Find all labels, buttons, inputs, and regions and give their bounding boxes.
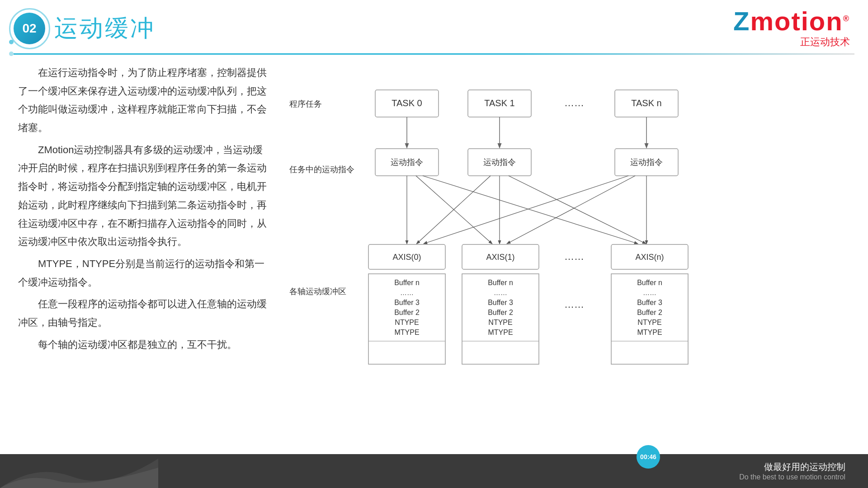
svg-text:运动指令: 运动指令 — [391, 158, 423, 167]
svg-text:Buffer 2: Buffer 2 — [637, 309, 662, 316]
footer-text-area: 做最好用的运动控制 Do the best to use motion cont… — [739, 461, 845, 481]
svg-text:运动指令: 运动指令 — [483, 158, 516, 167]
paragraph-3: MTYPE，NTYPE分别是当前运行的运动指令和第一个缓冲运动指令。 — [18, 255, 271, 291]
svg-text:NTYPE: NTYPE — [395, 319, 419, 326]
svg-text:……: …… — [564, 299, 584, 310]
timer-text: 00:46 — [640, 453, 656, 460]
svg-text:TASK 1: TASK 1 — [484, 98, 514, 108]
svg-text:MTYPE: MTYPE — [394, 328, 419, 336]
page-title: 运动缓冲 — [54, 13, 156, 44]
paragraph-4: 任意一段程序的运动指令都可以进入任意轴的运动缓冲区，由轴号指定。 — [18, 295, 271, 332]
svg-text:任务中的运动指令: 任务中的运动指令 — [289, 165, 354, 174]
footer: 00:46 做最好用的运动控制 Do the best to use motio… — [0, 454, 868, 488]
svg-text:Buffer n: Buffer n — [394, 279, 420, 286]
svg-text:……: …… — [564, 97, 584, 108]
footer-decor — [0, 454, 158, 488]
svg-text:MTYPE: MTYPE — [637, 328, 662, 336]
svg-text:Buffer n: Buffer n — [488, 279, 513, 286]
left-text: 在运行运动指令时，为了防止程序堵塞，控制器提供了一个缓冲区来保存进入运动缓冲的运… — [18, 64, 271, 484]
footer-cn: 做最好用的运动控制 — [739, 461, 845, 473]
svg-text:……: …… — [400, 289, 414, 296]
svg-text:NTYPE: NTYPE — [488, 319, 512, 326]
svg-text:NTYPE: NTYPE — [637, 319, 661, 326]
svg-text:运动指令: 运动指令 — [630, 158, 663, 167]
logo-text: Zmotion® — [733, 8, 850, 34]
svg-line-24 — [509, 176, 646, 244]
svg-text:AXIS(0): AXIS(0) — [392, 253, 421, 262]
decor-dot — [9, 52, 14, 56]
svg-text:……: …… — [494, 289, 507, 296]
paragraph-5: 每个轴的运动缓冲区都是独立的，互不干扰。 — [18, 336, 271, 354]
svg-text:各轴运动缓冲区: 各轴运动缓冲区 — [289, 287, 346, 296]
svg-line-22 — [417, 176, 491, 244]
timer-badge: 00:46 — [637, 445, 660, 469]
svg-text:TASK 0: TASK 0 — [392, 98, 422, 108]
svg-text:……: …… — [643, 289, 656, 296]
svg-text:AXIS(1): AXIS(1) — [486, 253, 514, 262]
logo: Zmotion® 正运动技术 — [733, 8, 850, 49]
svg-text:TASK n: TASK n — [631, 98, 661, 108]
svg-text:程序任务: 程序任务 — [289, 99, 322, 108]
svg-text:Buffer 2: Buffer 2 — [488, 309, 513, 316]
svg-text:Buffer n: Buffer n — [637, 279, 662, 286]
footer-en: Do the best to use motion control — [739, 473, 845, 481]
paragraph-1: 在运行运动指令时，为了防止程序堵塞，控制器提供了一个缓冲区来保存进入运动缓冲的运… — [18, 64, 271, 137]
paragraph-2: ZMotion运动控制器具有多级的运动缓冲，当运动缓冲开启的时候，程序在扫描识别… — [18, 141, 271, 251]
main-content: 在运行运动指令时，为了防止程序堵塞，控制器提供了一个缓冲区来保存进入运动缓冲的运… — [0, 55, 868, 484]
svg-text:AXIS(n): AXIS(n) — [635, 253, 664, 262]
svg-text:MTYPE: MTYPE — [488, 328, 513, 336]
svg-text:……: …… — [564, 251, 584, 262]
diagram-svg: 程序任务 任务中的运动指令 各轴运动缓冲区 TASK 0 TASK 1 …… T… — [289, 68, 719, 375]
right-diagram: 程序任务 任务中的运动指令 各轴运动缓冲区 TASK 0 TASK 1 …… T… — [289, 64, 850, 484]
svg-text:Buffer 2: Buffer 2 — [394, 309, 420, 316]
logo-subtitle: 正运动技术 — [733, 35, 850, 49]
svg-text:Buffer 3: Buffer 3 — [394, 299, 420, 306]
svg-text:Buffer 3: Buffer 3 — [637, 299, 662, 306]
svg-text:Buffer 3: Buffer 3 — [488, 299, 513, 306]
header: 02 运动缓冲 Zmotion® 正运动技术 — [0, 0, 868, 49]
slide-number: 02 — [14, 13, 45, 44]
